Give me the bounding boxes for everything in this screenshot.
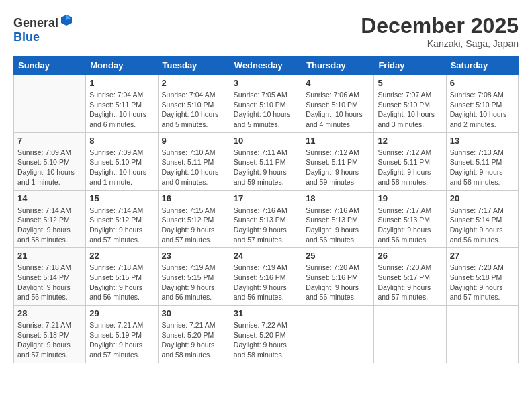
calendar-cell: 5Sunrise: 7:07 AM Sunset: 5:10 PM Daylig… xyxy=(374,75,446,133)
cell-content: Sunrise: 7:12 AM Sunset: 5:11 PM Dayligh… xyxy=(378,148,442,187)
day-header-thursday: Thursday xyxy=(302,56,374,75)
cell-content: Sunrise: 7:21 AM Sunset: 5:18 PM Dayligh… xyxy=(17,320,82,360)
day-number: 29 xyxy=(89,308,154,318)
day-number: 5 xyxy=(378,78,442,88)
day-header-sunday: Sunday xyxy=(14,56,86,75)
cell-content: Sunrise: 7:06 AM Sunset: 5:10 PM Dayligh… xyxy=(306,90,370,130)
day-number: 22 xyxy=(89,250,154,261)
calendar-cell: 14Sunrise: 7:14 AM Sunset: 5:12 PM Dayli… xyxy=(14,190,86,248)
calendar-cell: 20Sunrise: 7:17 AM Sunset: 5:14 PM Dayli… xyxy=(446,190,518,248)
cell-content: Sunrise: 7:12 AM Sunset: 5:11 PM Dayligh… xyxy=(306,148,370,187)
logo: General Blue xyxy=(13,13,73,44)
day-number: 9 xyxy=(162,136,226,146)
cell-content: Sunrise: 7:18 AM Sunset: 5:14 PM Dayligh… xyxy=(17,263,82,302)
calendar-cell: 12Sunrise: 7:12 AM Sunset: 5:11 PM Dayli… xyxy=(374,132,446,190)
calendar-cell: 29Sunrise: 7:21 AM Sunset: 5:19 PM Dayli… xyxy=(86,306,158,363)
calendar-body: 1Sunrise: 7:04 AM Sunset: 5:11 PM Daylig… xyxy=(14,75,519,363)
calendar-cell xyxy=(446,306,518,363)
cell-content: Sunrise: 7:19 AM Sunset: 5:15 PM Dayligh… xyxy=(162,263,226,302)
cell-content: Sunrise: 7:15 AM Sunset: 5:12 PM Dayligh… xyxy=(162,205,226,245)
day-number: 31 xyxy=(234,308,298,318)
calendar-cell: 10Sunrise: 7:11 AM Sunset: 5:11 PM Dayli… xyxy=(230,132,302,190)
day-header-wednesday: Wednesday xyxy=(230,56,302,75)
calendar-cell: 25Sunrise: 7:20 AM Sunset: 5:16 PM Dayli… xyxy=(302,248,374,306)
calendar-week-5: 28Sunrise: 7:21 AM Sunset: 5:18 PM Dayli… xyxy=(14,306,519,363)
cell-content: Sunrise: 7:09 AM Sunset: 5:10 PM Dayligh… xyxy=(17,148,82,187)
calendar-cell: 16Sunrise: 7:15 AM Sunset: 5:12 PM Dayli… xyxy=(158,190,230,248)
day-number: 25 xyxy=(306,250,370,261)
cell-content: Sunrise: 7:10 AM Sunset: 5:11 PM Dayligh… xyxy=(162,148,226,187)
cell-content: Sunrise: 7:09 AM Sunset: 5:10 PM Dayligh… xyxy=(89,148,154,187)
day-number: 20 xyxy=(450,193,515,203)
calendar-cell: 9Sunrise: 7:10 AM Sunset: 5:11 PM Daylig… xyxy=(158,132,230,190)
calendar-cell: 19Sunrise: 7:17 AM Sunset: 5:13 PM Dayli… xyxy=(374,190,446,248)
calendar-cell: 27Sunrise: 7:20 AM Sunset: 5:18 PM Dayli… xyxy=(446,248,518,306)
calendar-week-2: 7Sunrise: 7:09 AM Sunset: 5:10 PM Daylig… xyxy=(14,132,519,190)
calendar-cell xyxy=(14,75,86,133)
cell-content: Sunrise: 7:04 AM Sunset: 5:10 PM Dayligh… xyxy=(162,90,226,130)
calendar-cell: 1Sunrise: 7:04 AM Sunset: 5:11 PM Daylig… xyxy=(86,75,158,133)
logo-blue: Blue xyxy=(13,30,40,44)
day-header-monday: Monday xyxy=(86,56,158,75)
day-number: 17 xyxy=(234,193,298,203)
calendar-cell: 2Sunrise: 7:04 AM Sunset: 5:10 PM Daylig… xyxy=(158,75,230,133)
cell-content: Sunrise: 7:19 AM Sunset: 5:16 PM Dayligh… xyxy=(234,263,298,302)
day-number: 28 xyxy=(17,308,82,318)
calendar-cell: 28Sunrise: 7:21 AM Sunset: 5:18 PM Dayli… xyxy=(14,306,86,363)
cell-content: Sunrise: 7:13 AM Sunset: 5:11 PM Dayligh… xyxy=(450,148,515,187)
cell-content: Sunrise: 7:20 AM Sunset: 5:16 PM Dayligh… xyxy=(306,263,370,302)
cell-content: Sunrise: 7:16 AM Sunset: 5:13 PM Dayligh… xyxy=(306,205,370,245)
logo-icon xyxy=(60,13,73,27)
cell-content: Sunrise: 7:11 AM Sunset: 5:11 PM Dayligh… xyxy=(234,148,298,187)
day-number: 15 xyxy=(89,193,154,203)
calendar-cell: 24Sunrise: 7:19 AM Sunset: 5:16 PM Dayli… xyxy=(230,248,302,306)
calendar-cell: 7Sunrise: 7:09 AM Sunset: 5:10 PM Daylig… xyxy=(14,132,86,190)
day-number: 4 xyxy=(306,78,370,88)
calendar-week-1: 1Sunrise: 7:04 AM Sunset: 5:11 PM Daylig… xyxy=(14,75,519,133)
calendar-header-row: SundayMondayTuesdayWednesdayThursdayFrid… xyxy=(14,56,519,75)
day-number: 19 xyxy=(378,193,442,203)
page-header: General Blue December 2025 Kanzaki, Saga… xyxy=(13,13,519,49)
calendar-cell: 4Sunrise: 7:06 AM Sunset: 5:10 PM Daylig… xyxy=(302,75,374,133)
calendar-cell: 18Sunrise: 7:16 AM Sunset: 5:13 PM Dayli… xyxy=(302,190,374,248)
calendar-cell: 26Sunrise: 7:20 AM Sunset: 5:17 PM Dayli… xyxy=(374,248,446,306)
logo-general: General xyxy=(13,16,58,30)
calendar-table: SundayMondayTuesdayWednesdayThursdayFrid… xyxy=(13,56,519,363)
day-number: 23 xyxy=(162,250,226,261)
cell-content: Sunrise: 7:08 AM Sunset: 5:10 PM Dayligh… xyxy=(450,90,515,130)
cell-content: Sunrise: 7:07 AM Sunset: 5:10 PM Dayligh… xyxy=(378,90,442,130)
day-number: 18 xyxy=(306,193,370,203)
calendar-cell: 8Sunrise: 7:09 AM Sunset: 5:10 PM Daylig… xyxy=(86,132,158,190)
cell-content: Sunrise: 7:20 AM Sunset: 5:17 PM Dayligh… xyxy=(378,263,442,302)
cell-content: Sunrise: 7:22 AM Sunset: 5:20 PM Dayligh… xyxy=(234,320,298,360)
cell-content: Sunrise: 7:04 AM Sunset: 5:11 PM Dayligh… xyxy=(89,90,154,130)
cell-content: Sunrise: 7:20 AM Sunset: 5:18 PM Dayligh… xyxy=(450,263,515,302)
day-number: 1 xyxy=(89,78,154,88)
cell-content: Sunrise: 7:21 AM Sunset: 5:19 PM Dayligh… xyxy=(89,320,154,360)
calendar-week-4: 21Sunrise: 7:18 AM Sunset: 5:14 PM Dayli… xyxy=(14,248,519,306)
calendar-cell xyxy=(374,306,446,363)
cell-content: Sunrise: 7:16 AM Sunset: 5:13 PM Dayligh… xyxy=(234,205,298,245)
day-number: 2 xyxy=(162,78,226,88)
cell-content: Sunrise: 7:05 AM Sunset: 5:10 PM Dayligh… xyxy=(234,90,298,130)
calendar-cell: 21Sunrise: 7:18 AM Sunset: 5:14 PM Dayli… xyxy=(14,248,86,306)
month-title: December 2025 xyxy=(361,13,519,38)
calendar-cell: 31Sunrise: 7:22 AM Sunset: 5:20 PM Dayli… xyxy=(230,306,302,363)
calendar-cell: 6Sunrise: 7:08 AM Sunset: 5:10 PM Daylig… xyxy=(446,75,518,133)
day-number: 14 xyxy=(17,193,82,203)
day-number: 7 xyxy=(17,136,82,146)
cell-content: Sunrise: 7:14 AM Sunset: 5:12 PM Dayligh… xyxy=(17,205,82,245)
day-number: 12 xyxy=(378,136,442,146)
day-header-saturday: Saturday xyxy=(446,56,518,75)
calendar-cell: 13Sunrise: 7:13 AM Sunset: 5:11 PM Dayli… xyxy=(446,132,518,190)
day-number: 10 xyxy=(234,136,298,146)
calendar-cell: 22Sunrise: 7:18 AM Sunset: 5:15 PM Dayli… xyxy=(86,248,158,306)
day-number: 24 xyxy=(234,250,298,261)
day-header-tuesday: Tuesday xyxy=(158,56,230,75)
day-number: 11 xyxy=(306,136,370,146)
cell-content: Sunrise: 7:17 AM Sunset: 5:14 PM Dayligh… xyxy=(450,205,515,245)
location-title: Kanzaki, Saga, Japan xyxy=(361,38,519,49)
cell-content: Sunrise: 7:14 AM Sunset: 5:12 PM Dayligh… xyxy=(89,205,154,245)
day-number: 6 xyxy=(450,78,515,88)
title-area: December 2025 Kanzaki, Saga, Japan xyxy=(361,13,519,49)
